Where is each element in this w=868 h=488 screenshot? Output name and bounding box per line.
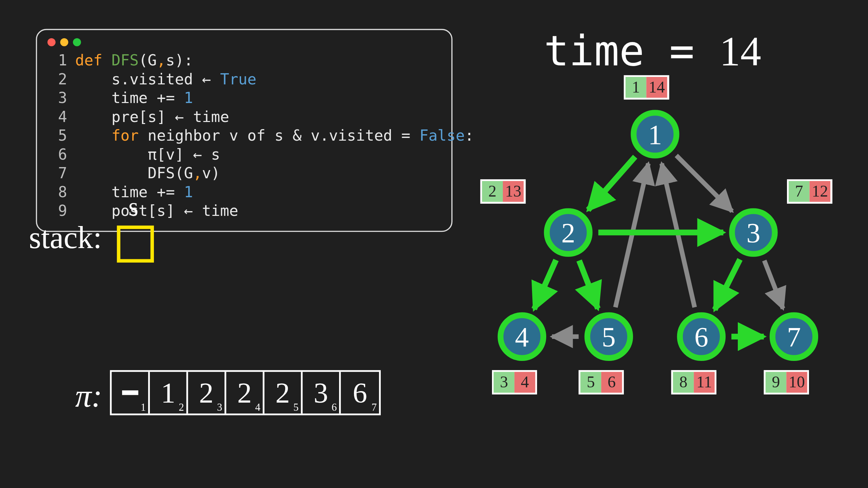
graph-node-4: 4 bbox=[498, 312, 546, 361]
graph-edge bbox=[764, 261, 783, 309]
window-controls bbox=[47, 38, 441, 46]
pi-value-empty bbox=[122, 390, 138, 395]
node-label: 3 bbox=[747, 217, 761, 248]
time-badges-node-6: 811 bbox=[671, 370, 716, 394]
pi-index: 6 bbox=[332, 401, 337, 413]
graph-node-6: 6 bbox=[677, 312, 726, 361]
time-value: 14 bbox=[719, 28, 761, 75]
code-line: 6 π[v] ← s bbox=[47, 145, 441, 164]
pi-value: 2 bbox=[237, 376, 252, 409]
stack-label: stack: bbox=[29, 220, 102, 255]
pi-index: 2 bbox=[179, 401, 184, 413]
pi-index: 7 bbox=[372, 401, 377, 413]
code-line: 2 s.visited ← True bbox=[47, 70, 441, 88]
post-time: 6 bbox=[601, 372, 622, 392]
close-icon bbox=[47, 38, 56, 46]
post-time: 4 bbox=[514, 372, 535, 392]
line-number: 8 bbox=[47, 182, 67, 201]
pi-value: 6 bbox=[353, 376, 367, 409]
code-line: 7 DFS(G,v) bbox=[47, 164, 441, 182]
time-badges-node-5: 56 bbox=[579, 370, 624, 394]
pre-time: 3 bbox=[494, 372, 514, 392]
pi-cell: 36 bbox=[303, 372, 341, 413]
node-label: 6 bbox=[694, 321, 708, 352]
pre-time: 5 bbox=[580, 372, 601, 392]
pi-value: 3 bbox=[314, 376, 328, 409]
pi-label: π: bbox=[75, 377, 102, 414]
pre-time: 9 bbox=[766, 372, 786, 392]
pi-cell: 24 bbox=[226, 372, 264, 413]
pi-value: 2 bbox=[199, 376, 214, 409]
pi-value: 2 bbox=[275, 376, 290, 409]
pi-value: 1 bbox=[161, 376, 175, 409]
post-time: 11 bbox=[694, 372, 714, 392]
pi-cell: 25 bbox=[264, 372, 303, 413]
time-badges-node-4: 34 bbox=[492, 370, 537, 394]
pre-time: 1 bbox=[626, 77, 646, 98]
graph-node-7: 7 bbox=[770, 312, 818, 361]
code-body: 1def DFS(G,s):2 s.visited ← True3 time +… bbox=[47, 51, 441, 220]
line-number: 4 bbox=[47, 107, 67, 126]
graph-node-5: 5 bbox=[585, 312, 633, 361]
line-number: 1 bbox=[47, 51, 67, 69]
line-number: 3 bbox=[47, 88, 67, 107]
graph-node-3: 3 bbox=[729, 208, 777, 257]
time-badges-node-1: 114 bbox=[624, 75, 669, 100]
graph-edge bbox=[715, 259, 740, 309]
post-time: 12 bbox=[810, 181, 830, 202]
post-time: 13 bbox=[503, 181, 524, 202]
time-counter: time = 14 bbox=[544, 27, 761, 76]
time-badges-node-3: 712 bbox=[787, 179, 832, 204]
node-label: 4 bbox=[515, 321, 529, 352]
pi-index: 1 bbox=[141, 401, 146, 413]
line-number: 2 bbox=[47, 70, 67, 88]
line-number: 9 bbox=[47, 201, 67, 220]
node-label: 2 bbox=[561, 217, 575, 248]
graph-edge bbox=[588, 157, 635, 210]
graph-edge bbox=[579, 261, 598, 309]
time-badges-node-7: 910 bbox=[764, 370, 809, 394]
stack-s-label: s bbox=[129, 192, 138, 222]
pi-index: 5 bbox=[293, 401, 298, 413]
node-label: 7 bbox=[787, 321, 801, 352]
code-line: 3 time += 1 bbox=[47, 88, 441, 107]
code-line: 9 post[s] ← time bbox=[47, 201, 441, 220]
minimize-icon bbox=[60, 38, 68, 46]
maximize-icon bbox=[73, 38, 81, 46]
dfs-graph: 11142213371243455668117910 bbox=[463, 75, 856, 399]
node-label: 1 bbox=[648, 118, 662, 150]
pi-cell: 23 bbox=[188, 372, 226, 413]
graph-node-1: 1 bbox=[631, 110, 679, 158]
post-time: 14 bbox=[646, 77, 667, 98]
pre-time: 8 bbox=[673, 372, 694, 392]
line-number: 6 bbox=[47, 145, 67, 164]
line-number: 5 bbox=[47, 126, 67, 145]
post-time: 10 bbox=[786, 372, 807, 392]
pi-index: 3 bbox=[217, 401, 222, 413]
code-line: 5 for neighbor v of s & v.visited = Fals… bbox=[47, 126, 441, 145]
code-line: 1def DFS(G,s): bbox=[47, 51, 441, 69]
graph-edge bbox=[676, 156, 732, 211]
pi-cell: 1 bbox=[112, 372, 150, 413]
time-label: time = bbox=[544, 27, 719, 75]
pi-cell: 67 bbox=[341, 372, 379, 413]
pi-cell: 12 bbox=[150, 372, 188, 413]
code-line: 4 pre[s] ← time bbox=[47, 107, 441, 126]
graph-edge bbox=[534, 260, 556, 309]
pi-cells: 1122324253667 bbox=[110, 370, 381, 415]
node-label: 5 bbox=[602, 321, 616, 352]
pi-index: 4 bbox=[255, 401, 260, 413]
stack-box bbox=[117, 226, 154, 263]
pre-time: 7 bbox=[789, 181, 809, 202]
pre-time: 2 bbox=[482, 181, 503, 202]
code-line: 8 time += 1 bbox=[47, 182, 441, 201]
graph-node-2: 2 bbox=[544, 208, 592, 257]
line-number: 7 bbox=[47, 164, 67, 182]
stack-area: s stack: bbox=[29, 220, 102, 256]
time-badges-node-2: 213 bbox=[480, 179, 525, 204]
code-window: 1def DFS(G,s):2 s.visited ← True3 time +… bbox=[36, 29, 453, 231]
